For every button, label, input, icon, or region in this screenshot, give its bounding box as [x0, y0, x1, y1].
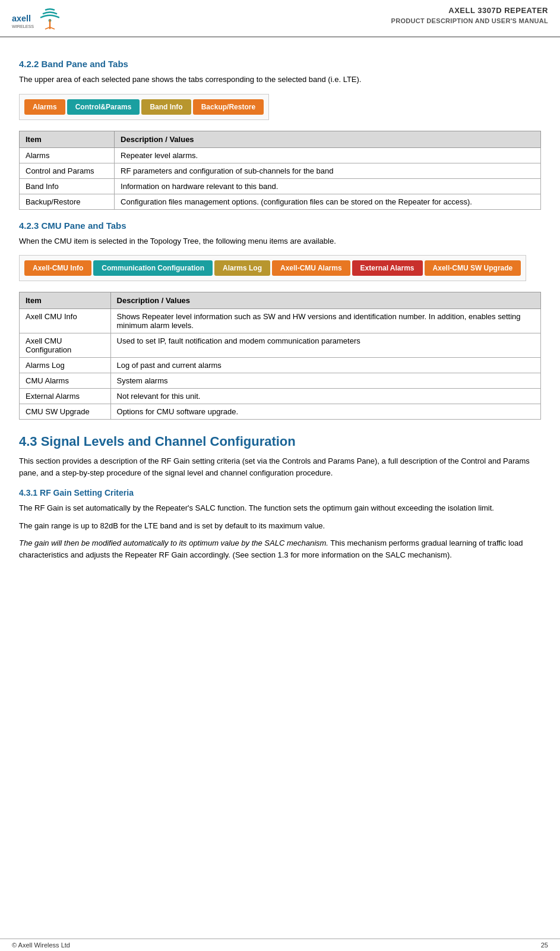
axell-logo: axell WIRELESS: [12, 6, 59, 33]
section-431-para2: The gain range is up to 82dB for the LTE…: [19, 520, 541, 532]
tab-external-alarms[interactable]: External Alarms: [352, 260, 423, 276]
cmu-desc-0: Shows Repeater level information such as…: [110, 309, 540, 333]
page-header: axell WIRELESS AXELL 3307D REPEATER PROD…: [0, 0, 560, 37]
footer-copyright: © Axell Wireless Ltd: [12, 941, 70, 949]
cmu-item-0: Axell CMU Info: [20, 309, 111, 333]
cmu-item-3: CMU Alarms: [20, 373, 111, 389]
table-row: Axell CMU Configuration Used to set IP, …: [20, 333, 541, 358]
table-row: Alarms Log Log of past and current alarm…: [20, 358, 541, 373]
tab-alarms-log[interactable]: Alarms Log: [214, 260, 270, 276]
cmu-desc-5: Options for CMU software upgrade.: [110, 404, 540, 420]
table-row: Backup/Restore Configuration files manag…: [20, 194, 541, 209]
tab-communication-config[interactable]: Communication Configuration: [93, 260, 213, 276]
table-row: Alarms Repeater level alarms.: [20, 147, 541, 163]
table-row: CMU SW Upgrade Options for CMU software …: [20, 404, 541, 420]
table-row: External Alarms Not relevant for this un…: [20, 389, 541, 404]
section-423-intro: When the CMU item is selected in the Top…: [19, 235, 541, 247]
band-item-info: Band Info: [20, 178, 115, 194]
band-desc-info: Information on hardware relevant to this…: [115, 178, 541, 194]
band-item-backup: Backup/Restore: [20, 194, 115, 209]
tab-axell-cmu-alarms[interactable]: Axell-CMU Alarms: [272, 260, 350, 276]
tab-cmu-sw-upgrade[interactable]: Axell-CMU SW Upgrade: [425, 260, 521, 276]
cmu-table: Item Description / Values Axell CMU Info…: [19, 292, 541, 420]
tab-backup-restore[interactable]: Backup/Restore: [193, 99, 264, 115]
section-431-heading: 4.3.1 RF Gain Setting Criteria: [19, 488, 541, 497]
section-43-intro: This section provides a description of t…: [19, 455, 541, 478]
band-table-col-desc: Description / Values: [115, 131, 541, 147]
section-423-heading: 4.2.3 CMU Pane and Tabs: [19, 221, 541, 231]
cmu-tab-bar: Axell-CMU Info Communication Configurati…: [19, 255, 526, 281]
svg-text:WIRELESS: WIRELESS: [12, 24, 34, 29]
svg-text:axell: axell: [12, 14, 31, 23]
cmu-item-4: External Alarms: [20, 389, 111, 404]
section-431-para3: The gain will then be modified automatic…: [19, 537, 541, 560]
cmu-desc-3: System alarms: [110, 373, 540, 389]
section-431-para3-italic: The gain will then be modified automatic…: [19, 539, 328, 547]
table-row: Control and Params RF parameters and con…: [20, 163, 541, 178]
main-content: 4.2.2 Band Pane and Tabs The upper area …: [0, 37, 560, 590]
band-item-alarms: Alarms: [20, 147, 115, 163]
cmu-table-col-desc: Description / Values: [110, 292, 540, 309]
band-table-col-item: Item: [20, 131, 115, 147]
tab-control-params[interactable]: Control&Params: [67, 99, 140, 115]
section-422-heading: 4.2.2 Band Pane and Tabs: [19, 59, 541, 69]
footer-page-number: 25: [541, 941, 548, 949]
tab-axell-cmu-info[interactable]: Axell-CMU Info: [24, 260, 91, 276]
manual-title: PRODUCT DESCRIPTION AND USER'S MANUAL: [391, 17, 548, 24]
band-table: Item Description / Values Alarms Repeate…: [19, 131, 541, 210]
page-footer: © Axell Wireless Ltd 25: [0, 939, 560, 951]
band-desc-backup: Configuration files management options. …: [115, 194, 541, 209]
tab-alarms[interactable]: Alarms: [24, 99, 65, 115]
cmu-table-col-item: Item: [20, 292, 111, 309]
band-item-ctrl: Control and Params: [20, 163, 115, 178]
band-tab-bar: Alarms Control&Params Band Info Backup/R…: [19, 94, 269, 120]
section-431-para1: The RF Gain is set automatically by the …: [19, 502, 541, 514]
band-desc-ctrl: RF parameters and configuration of sub-c…: [115, 163, 541, 178]
header-title-area: AXELL 3307D REPEATER PRODUCT DESCRIPTION…: [391, 6, 548, 24]
cmu-item-5: CMU SW Upgrade: [20, 404, 111, 420]
table-row: CMU Alarms System alarms: [20, 373, 541, 389]
band-desc-alarms: Repeater level alarms.: [115, 147, 541, 163]
cmu-desc-4: Not relevant for this unit.: [110, 389, 540, 404]
table-row: Axell CMU Info Shows Repeater level info…: [20, 309, 541, 333]
logo-area: axell WIRELESS: [12, 6, 59, 33]
cmu-desc-1: Used to set IP, fault notification and m…: [110, 333, 540, 358]
cmu-desc-2: Log of past and current alarms: [110, 358, 540, 373]
product-title: AXELL 3307D REPEATER: [391, 6, 548, 15]
section-43-heading: 4.3 Signal Levels and Channel Configurat…: [19, 434, 541, 449]
cmu-item-2: Alarms Log: [20, 358, 111, 373]
table-row: Band Info Information on hardware releva…: [20, 178, 541, 194]
tab-band-info[interactable]: Band Info: [141, 99, 191, 115]
cmu-item-1: Axell CMU Configuration: [20, 333, 111, 358]
section-422-intro: The upper area of each selected pane sho…: [19, 74, 541, 86]
